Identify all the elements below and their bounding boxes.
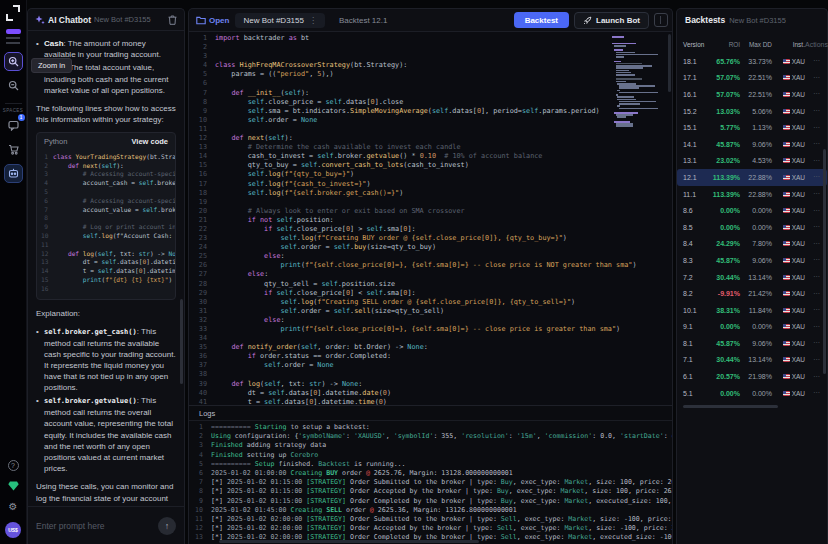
panel-toggle-button[interactable] (654, 13, 668, 27)
row-actions-button[interactable]: ⋯ (805, 256, 821, 264)
chat-scrollbar[interactable] (180, 299, 183, 384)
tab-menu-icon[interactable]: ⋮ (309, 16, 317, 25)
row-actions-button[interactable]: ⋯ (805, 190, 821, 198)
explanation-item: self.broker.get_cash(): This method call… (36, 326, 176, 394)
explanation-item: self.broker.getvalue(): This method call… (36, 395, 176, 474)
table-row[interactable]: 15.1 5.77% 1.13% XAU ⋯ (677, 119, 827, 136)
table-row[interactable]: 9.1 0.00% 0.00% XAU ⋯ (677, 319, 827, 336)
table-row[interactable]: 8.3 45.87% 9.06% XAU ⋯ (677, 252, 827, 269)
max-dd-cell: 21.98% (740, 373, 772, 380)
marketplace-button[interactable] (4, 140, 23, 159)
max-dd-cell: 0.00% (740, 224, 772, 231)
prompt-input[interactable] (36, 521, 152, 531)
zoom-in-button[interactable] (4, 52, 23, 71)
max-dd-cell: 9.06% (740, 257, 772, 264)
gem-icon[interactable] (8, 481, 19, 491)
row-actions-button[interactable]: ⋯ (805, 124, 821, 132)
row-actions-button[interactable]: ⋯ (805, 173, 821, 181)
row-actions-button[interactable]: ⋯ (805, 223, 821, 231)
row-actions-button[interactable]: ⋯ (805, 356, 821, 364)
row-actions-button[interactable]: ⋯ (805, 157, 821, 165)
row-actions-button[interactable]: ⋯ (805, 57, 821, 65)
table-row[interactable]: 8.5 0.00% 0.00% XAU ⋯ (677, 219, 827, 236)
backtest-button[interactable]: Backtest (514, 12, 569, 28)
code-line: 40 dt = self.datas[0].datetime.date(0) (189, 389, 672, 398)
send-button[interactable]: ↑ (158, 517, 176, 535)
version-cell: 7.1 (683, 356, 705, 363)
code-line: 17 self.log(f"{cash_to_invest=}") (189, 180, 672, 189)
avatar[interactable]: US$ (5, 522, 21, 538)
row-actions-button[interactable]: ⋯ (805, 339, 821, 347)
roi-cell: 24.29% (705, 240, 740, 247)
row-actions-button[interactable]: ⋯ (805, 207, 821, 215)
log-line: 3Finished adding strategy data (189, 441, 672, 450)
row-actions-button[interactable]: ⋯ (805, 240, 821, 248)
row-actions-button[interactable]: ⋯ (805, 273, 821, 281)
code-line: 28 qty_to_sell = self.position.size (189, 280, 672, 289)
code-line: 3 # Accessing account-specific (41, 170, 171, 179)
logs-output[interactable]: 1========== Starting to setup a backtest… (189, 421, 672, 544)
open-button[interactable]: Open (196, 16, 229, 25)
app-root: SPACES 1 ? ⚙ US$ Zoom in (0, 0, 828, 544)
flag-icon (783, 308, 790, 313)
code-line: 6 (189, 79, 672, 88)
instrument-cell: XAU (772, 390, 805, 397)
table-row[interactable]: 12.1 113.39% 22.88% XAU ⋯ (677, 169, 827, 186)
table-row[interactable]: 8.4 24.29% 7.80% XAU ⋯ (677, 236, 827, 253)
editor-scrollbar[interactable] (668, 34, 671, 92)
roi-cell: 45.87% (705, 340, 740, 347)
table-row[interactable]: 11.1 113.39% 22.88% XAU ⋯ (677, 186, 827, 203)
row-actions-button[interactable]: ⋯ (805, 140, 821, 148)
table-row[interactable]: 8.1 45.87% 9.06% XAU ⋯ (677, 335, 827, 352)
chat-space-button[interactable]: 1 (4, 116, 23, 135)
row-actions-button[interactable]: ⋯ (805, 373, 821, 381)
table-row[interactable]: 18.1 65.76% 33.73% XAU ⋯ (677, 53, 827, 70)
minimap[interactable] (612, 36, 662, 128)
table-row[interactable]: 8.6 0.00% 0.00% XAU ⋯ (677, 202, 827, 219)
max-dd-cell: 0.00% (740, 390, 772, 397)
table-row[interactable]: 7.1 30.44% 13.14% XAU ⋯ (677, 352, 827, 369)
table-row[interactable]: 14.1 45.87% 9.06% XAU ⋯ (677, 136, 827, 153)
table-row[interactable]: 13.1 23.02% 4.53% XAU ⋯ (677, 153, 827, 170)
instrument-cell: XAU (772, 307, 805, 314)
row-actions-button[interactable]: ⋯ (805, 107, 821, 115)
version-cell: 14.1 (683, 141, 705, 148)
flag-icon (783, 109, 790, 114)
backtests-vscrollbar[interactable] (823, 149, 826, 374)
table-row[interactable]: 8.2 -9.91% 21.42% XAU ⋯ (677, 285, 827, 302)
table-row[interactable]: 10.1 38.31% 11.84% XAU ⋯ (677, 302, 827, 319)
table-row[interactable]: 15.2 13.03% 5.06% XAU ⋯ (677, 103, 827, 120)
max-dd-cell: 22.88% (740, 191, 772, 198)
table-row[interactable]: 6.1 20.57% 21.98% XAU ⋯ (677, 368, 827, 385)
instrument-cell: XAU (772, 257, 805, 264)
help-button[interactable]: ? (8, 460, 19, 471)
row-actions-button[interactable]: ⋯ (805, 389, 821, 397)
backtests-hscrollbar[interactable] (683, 405, 778, 408)
code-line: 29 if self.close_price[0] < self.sma[0]: (189, 289, 672, 298)
view-code-button[interactable]: View code (131, 137, 168, 148)
flag-icon (783, 75, 790, 80)
folder-icon (196, 16, 206, 25)
table-row[interactable]: 17.1 57.07% 22.51% XAU ⋯ (677, 70, 827, 87)
bot-space-button[interactable] (4, 164, 23, 183)
table-row[interactable]: 5.1 0.00% 0.00% XAU ⋯ (677, 385, 827, 402)
table-row[interactable]: 7.2 30.44% 13.14% XAU ⋯ (677, 269, 827, 286)
version-cell: 5.1 (683, 390, 705, 397)
usage-meter (6, 37, 20, 46)
row-actions-button[interactable]: ⋯ (805, 90, 821, 98)
zoom-out-button[interactable] (4, 76, 23, 95)
row-actions-button[interactable]: ⋯ (805, 290, 821, 298)
tab-backtest[interactable]: Backtest 12.1 (331, 13, 395, 28)
delete-chat-button[interactable] (168, 15, 177, 25)
code-editor[interactable]: 1import backtrader as bt2 3 4class HighF… (189, 31, 672, 405)
tab-new-bot[interactable]: New Bot #D3155 ⋮ (235, 13, 324, 28)
launch-bot-button[interactable]: Launch Bot (574, 12, 649, 29)
row-actions-button[interactable]: ⋯ (805, 74, 821, 82)
logs-scrollbar[interactable] (219, 540, 479, 543)
settings-button[interactable]: ⚙ (9, 501, 18, 512)
table-row[interactable]: 16.1 57.07% 22.51% XAU ⋯ (677, 86, 827, 103)
row-actions-button[interactable]: ⋯ (805, 306, 821, 314)
roi-cell: 45.87% (705, 257, 740, 264)
row-actions-button[interactable]: ⋯ (805, 323, 821, 331)
cart-icon (8, 144, 19, 155)
